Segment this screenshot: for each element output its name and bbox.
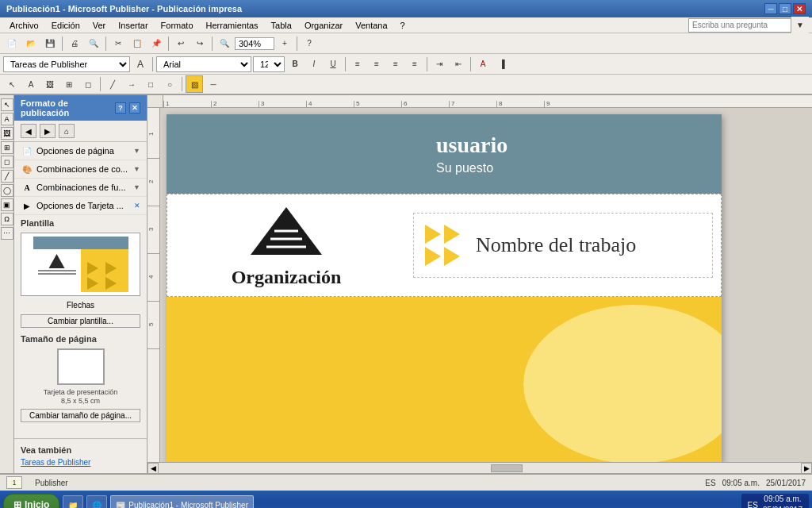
- explorer-btn[interactable]: 📁: [63, 495, 83, 508]
- paste-btn[interactable]: 📌: [147, 35, 165, 52]
- tool1[interactable]: ↖: [1, 98, 13, 111]
- fill-btn[interactable]: ▨: [186, 75, 203, 93]
- help-btn[interactable]: ?: [301, 35, 318, 52]
- see-also-title: Vea también: [21, 445, 140, 455]
- undo-btn[interactable]: ↩: [172, 35, 190, 52]
- sidebar-item-opciones-pagina[interactable]: 📄 Opciones de página ▼: [14, 142, 147, 160]
- see-also-link[interactable]: Tareas de Publisher: [21, 458, 140, 467]
- explorer-icon: 📁: [68, 501, 78, 509]
- line-color-btn[interactable]: ─: [205, 75, 222, 93]
- sidebar-icon-back[interactable]: ◀: [21, 124, 36, 138]
- page-size-section-label: Tamaño de página: [14, 331, 147, 345]
- font-color-btn[interactable]: A: [474, 56, 492, 73]
- menu-edicion[interactable]: Edición: [45, 19, 86, 32]
- bc-org-name[interactable]: Organización: [232, 267, 342, 288]
- arrow-btn[interactable]: →: [123, 75, 140, 93]
- tool6[interactable]: ╱: [1, 170, 13, 183]
- select-btn[interactable]: ↖: [3, 75, 21, 93]
- browser-btn[interactable]: 🌐: [86, 495, 107, 508]
- print-btn[interactable]: 🖨: [66, 35, 83, 52]
- menu-herramientas[interactable]: Herramientas: [200, 19, 265, 32]
- preview-btn[interactable]: 🔍: [85, 35, 102, 52]
- tool9[interactable]: Ω: [1, 213, 13, 225]
- scroll-thumb[interactable]: [491, 464, 523, 472]
- scroll-right-btn[interactable]: ▶: [801, 463, 812, 474]
- system-tray: ES 09:05 a.m. 25/01/2017: [741, 494, 809, 508]
- justify-btn[interactable]: ≡: [406, 56, 423, 73]
- table-btn[interactable]: ⊞: [60, 75, 78, 93]
- tpl-arrow-4: [105, 277, 117, 290]
- align-right-btn[interactable]: ≡: [387, 56, 404, 73]
- menu-help[interactable]: ?: [394, 19, 412, 32]
- business-card[interactable]: usuario Su puesto: [167, 114, 722, 462]
- underline-btn[interactable]: U: [324, 56, 342, 73]
- ask-question-input[interactable]: [688, 18, 791, 33]
- redo-btn[interactable]: ↪: [191, 35, 209, 52]
- menu-tabla[interactable]: Tabla: [265, 19, 298, 32]
- oval-btn[interactable]: ○: [161, 75, 178, 93]
- sidebar-item-opciones-tarjeta[interactable]: ▶ Opciones de Tarjeta ... ✕: [14, 197, 147, 215]
- align-center-btn[interactable]: ≡: [368, 56, 385, 73]
- align-left-btn[interactable]: ≡: [349, 56, 366, 73]
- menu-insertar[interactable]: Insertar: [112, 19, 154, 32]
- change-size-btn[interactable]: Cambiar tamaño de página...: [21, 409, 140, 422]
- bc-name[interactable]: usuario: [436, 133, 706, 158]
- font-size-dropdown[interactable]: 12: [253, 56, 285, 72]
- change-template-btn[interactable]: Cambiar plantilla...: [21, 314, 140, 328]
- bold-btn[interactable]: B: [286, 56, 304, 73]
- sidebar-icon-forward[interactable]: ▶: [40, 124, 56, 138]
- save-btn[interactable]: 💾: [41, 35, 59, 52]
- titlebar: Publicación1 - Microsoft Publisher - Pub…: [0, 0, 812, 17]
- outdent-btn[interactable]: ⇤: [450, 56, 467, 73]
- zoom-input[interactable]: [235, 37, 274, 50]
- tool5[interactable]: ◻: [1, 156, 13, 168]
- sidebar-icon-home[interactable]: ⌂: [59, 124, 75, 138]
- page-viewport[interactable]: usuario Su puesto: [160, 108, 812, 462]
- zoom-in-btn[interactable]: +: [276, 35, 293, 52]
- page-number-tab[interactable]: 1: [6, 476, 22, 489]
- sidebar: Formato de publicación ? ✕ ◀ ▶ ⌂ 📄 Opcio…: [14, 95, 147, 473]
- cut-btn[interactable]: ✂: [109, 35, 127, 52]
- line-btn[interactable]: ╱: [104, 75, 121, 93]
- horizontal-scrollbar[interactable]: ◀ ▶: [147, 462, 812, 473]
- shapes-btn[interactable]: ◻: [79, 75, 97, 93]
- tool4[interactable]: ⊞: [1, 141, 13, 154]
- publisher-app-btn[interactable]: 📰 Publicación1 - Microsoft Publisher: [110, 495, 254, 508]
- tool10[interactable]: ⋯: [1, 227, 13, 240]
- menu-archivo[interactable]: Archivo: [3, 19, 45, 32]
- sidebar-item-combinaciones-fuente[interactable]: A Combinaciones de fu... ▼: [14, 179, 147, 197]
- open-btn[interactable]: 📂: [22, 35, 40, 52]
- text-btn[interactable]: A: [22, 75, 40, 93]
- bc-arrow-3: [425, 247, 441, 266]
- menu-formato[interactable]: Formato: [155, 19, 200, 32]
- start-button[interactable]: ⊞ Inicio: [3, 494, 59, 508]
- zoom-out-btn[interactable]: 🔍: [216, 35, 233, 52]
- italic-btn[interactable]: I: [305, 56, 323, 73]
- menu-organizar[interactable]: Organizar: [298, 19, 349, 32]
- menu-ventana[interactable]: Ventana: [349, 19, 393, 32]
- bc-job-title[interactable]: Nombre del trabajo: [476, 233, 636, 257]
- rect-btn[interactable]: □: [142, 75, 159, 93]
- sidebar-help-btn[interactable]: ?: [115, 102, 126, 114]
- scroll-left-btn[interactable]: ◀: [147, 463, 159, 474]
- sidebar-close-btn[interactable]: ✕: [129, 102, 140, 114]
- menu-ver[interactable]: Ver: [86, 19, 113, 32]
- maximize-button[interactable]: □: [779, 3, 791, 14]
- highlight-btn[interactable]: ▐: [493, 56, 511, 73]
- tasks-icon[interactable]: A: [132, 56, 149, 73]
- copy-btn[interactable]: 📋: [128, 35, 146, 52]
- tasks-dropdown[interactable]: Tareas de Publisher: [3, 56, 130, 72]
- font-dropdown[interactable]: Arial: [156, 56, 251, 72]
- new-btn[interactable]: 📄: [3, 35, 21, 52]
- minimize-button[interactable]: ─: [764, 3, 777, 14]
- image-btn[interactable]: 🖼: [41, 75, 59, 93]
- sidebar-item-combinaciones-color[interactable]: 🎨 Combinaciones de co... ▼: [14, 160, 147, 179]
- close-button[interactable]: ✕: [793, 3, 806, 14]
- tool2[interactable]: A: [1, 113, 13, 125]
- ask-search-icon[interactable]: ▼: [791, 17, 809, 34]
- tool8[interactable]: ▣: [1, 198, 13, 211]
- tool7[interactable]: ◯: [1, 184, 13, 197]
- tool3[interactable]: 🖼: [1, 127, 13, 140]
- indent-btn[interactable]: ⇥: [431, 56, 448, 73]
- bc-title[interactable]: Su puesto: [436, 161, 706, 175]
